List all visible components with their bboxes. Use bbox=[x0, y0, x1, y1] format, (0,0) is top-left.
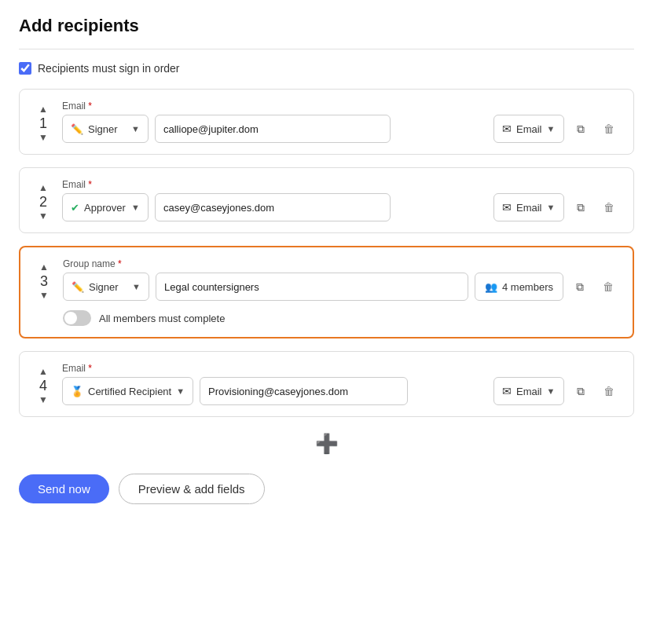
envelope-icon-2 bbox=[502, 201, 512, 214]
order-num-4: 4 bbox=[39, 379, 47, 393]
delivery-select-4[interactable]: Email ▼ bbox=[493, 377, 564, 405]
copy-btn-1[interactable] bbox=[572, 115, 589, 143]
certified-icon-4 bbox=[71, 386, 83, 397]
recipient-card-3: ▲ 3 ▼ Group name * Signer ▼ 4 members bbox=[19, 246, 634, 338]
email-input-1[interactable] bbox=[155, 115, 391, 143]
order-col-4: ▲ 4 ▼ bbox=[32, 366, 54, 405]
add-icon: ➕ bbox=[315, 433, 339, 455]
delete-btn-4[interactable] bbox=[597, 377, 621, 405]
toggle-row-3: All members must complete bbox=[63, 310, 620, 326]
delivery-chevron-4: ▼ bbox=[547, 386, 556, 396]
trash-icon-2 bbox=[603, 200, 614, 214]
chevron-up-2[interactable]: ▲ bbox=[35, 182, 51, 193]
chevron-down-4[interactable]: ▼ bbox=[35, 394, 51, 405]
copy-icon-2 bbox=[577, 200, 585, 214]
signer-icon-1 bbox=[71, 123, 83, 135]
delivery-label-4: Email bbox=[516, 386, 542, 397]
delete-btn-3[interactable] bbox=[596, 273, 620, 301]
delivery-chevron-1: ▼ bbox=[547, 124, 556, 134]
delete-btn-2[interactable] bbox=[597, 193, 621, 221]
page-title: Add recipients bbox=[19, 16, 634, 36]
add-recipient-row: ➕ bbox=[19, 430, 634, 458]
delivery-select-1[interactable]: Email ▼ bbox=[493, 115, 564, 143]
email-label-2: Email * bbox=[62, 179, 391, 190]
all-members-label-3: All members must complete bbox=[99, 313, 225, 324]
trash-icon-3 bbox=[603, 280, 614, 294]
delivery-label-2: Email bbox=[516, 202, 542, 214]
send-now-button[interactable]: Send now bbox=[19, 474, 109, 503]
copy-btn-2[interactable] bbox=[572, 193, 589, 221]
recipient-card-4: ▲ 4 ▼ Email * Certified Recipient ▼ Emai… bbox=[19, 351, 634, 417]
email-field-group-2: Email * Approver ▼ bbox=[62, 179, 391, 221]
type-select-4[interactable]: Certified Recipient ▼ bbox=[62, 377, 193, 405]
type-chevron-4: ▼ bbox=[176, 386, 185, 396]
preview-button[interactable]: Preview & add fields bbox=[119, 474, 265, 504]
copy-icon-3 bbox=[576, 280, 584, 294]
approver-icon-2 bbox=[71, 202, 79, 214]
delivery-label-1: Email bbox=[516, 123, 542, 135]
envelope-icon-1 bbox=[502, 123, 512, 135]
delete-btn-1[interactable] bbox=[597, 115, 621, 143]
email-input-4[interactable] bbox=[200, 377, 408, 405]
sign-in-order-checkbox[interactable] bbox=[19, 62, 31, 75]
email-field-group-1: Email * Signer ▼ bbox=[62, 101, 391, 143]
copy-icon-4 bbox=[577, 384, 585, 398]
email-input-2[interactable] bbox=[155, 193, 391, 221]
email-field-group-4: Email * Certified Recipient ▼ bbox=[62, 363, 408, 405]
order-col-3: ▲ 3 ▼ bbox=[33, 262, 55, 301]
type-label-3: Signer bbox=[89, 281, 119, 293]
chevron-down-3[interactable]: ▼ bbox=[36, 290, 52, 301]
trash-icon-1 bbox=[603, 122, 614, 136]
type-label-2: Approver bbox=[84, 202, 126, 214]
email-label-1: Email * bbox=[62, 101, 391, 112]
all-members-toggle-3[interactable] bbox=[63, 310, 91, 326]
chevron-up-4[interactable]: ▲ bbox=[35, 366, 51, 377]
signer-icon-3 bbox=[72, 281, 84, 293]
copy-btn-4[interactable] bbox=[572, 377, 589, 405]
type-select-3[interactable]: Signer ▼ bbox=[63, 273, 149, 301]
chevron-up-3[interactable]: ▲ bbox=[36, 262, 52, 273]
copy-icon-1 bbox=[577, 122, 585, 136]
recipient-card-1: ▲ 1 ▼ Email * Signer ▼ Email ▼ bbox=[19, 89, 634, 155]
chevron-down-1[interactable]: ▼ bbox=[35, 132, 51, 143]
email-label-4: Email * bbox=[62, 363, 408, 374]
type-chevron-1: ▼ bbox=[131, 124, 140, 134]
order-col-2: ▲ 2 ▼ bbox=[32, 182, 54, 221]
group-field-group-3: Group name * Signer ▼ 4 members bbox=[63, 258, 563, 301]
sign-in-order-row: Recipients must sign in order bbox=[19, 62, 634, 75]
type-chevron-2: ▼ bbox=[131, 203, 140, 212]
members-count-3: 4 members bbox=[502, 281, 553, 293]
order-num-1: 1 bbox=[39, 116, 47, 130]
envelope-icon-4 bbox=[502, 385, 512, 397]
order-num-2: 2 bbox=[39, 195, 47, 209]
recipient-card-2: ▲ 2 ▼ Email * Approver ▼ Email ▼ bbox=[19, 167, 634, 233]
type-select-1[interactable]: Signer ▼ bbox=[62, 115, 149, 143]
type-select-2[interactable]: Approver ▼ bbox=[62, 193, 149, 221]
order-col-1: ▲ 1 ▼ bbox=[32, 104, 54, 143]
group-name-label-3: Group name * bbox=[63, 258, 563, 269]
toggle-slider-3 bbox=[63, 310, 91, 326]
group-icon-3 bbox=[485, 281, 497, 293]
trash-icon-4 bbox=[603, 384, 614, 398]
type-label-4: Certified Recipient bbox=[88, 386, 171, 397]
group-name-input-3[interactable] bbox=[156, 273, 468, 301]
members-btn-3[interactable]: 4 members bbox=[475, 273, 563, 301]
copy-btn-3[interactable] bbox=[571, 273, 589, 301]
type-chevron-3: ▼ bbox=[132, 282, 141, 291]
type-label-1: Signer bbox=[88, 123, 118, 135]
title-divider bbox=[19, 49, 634, 49]
chevron-up-1[interactable]: ▲ bbox=[35, 104, 51, 115]
sign-in-order-label: Recipients must sign in order bbox=[38, 62, 180, 75]
chevron-down-2[interactable]: ▼ bbox=[35, 210, 51, 221]
add-recipient-button[interactable]: ➕ bbox=[313, 430, 341, 458]
order-num-3: 3 bbox=[40, 274, 48, 288]
delivery-chevron-2: ▼ bbox=[547, 203, 556, 212]
bottom-bar: Send now Preview & add fields bbox=[19, 474, 634, 504]
delivery-select-2[interactable]: Email ▼ bbox=[493, 193, 564, 221]
